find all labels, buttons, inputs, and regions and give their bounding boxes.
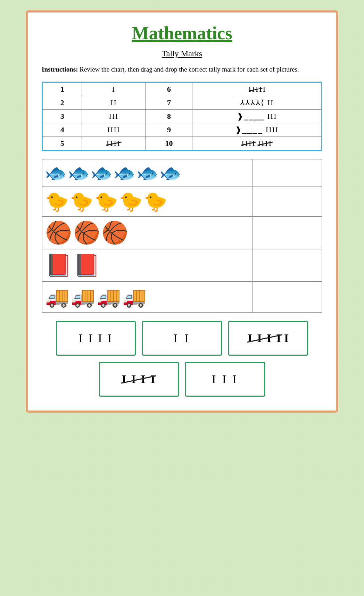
page-title: Mathematics [42, 23, 322, 43]
tally-9: ❱⎯⎯⎯⎯ IIII [192, 123, 322, 136]
answer-box-3[interactable]: I I I [185, 362, 265, 397]
num-7: 7 [146, 96, 192, 109]
swordfish-5: 🐟 [137, 163, 158, 183]
swordfish-answer[interactable] [252, 159, 322, 187]
basketball-pics: 🏀 🏀 🏀 [42, 216, 252, 249]
tally-row-1: 1 I 6 IIII I [42, 82, 322, 96]
tally-6: IIII I [192, 82, 322, 96]
answer-box-2[interactable]: I I [142, 321, 222, 356]
num-10: 10 [146, 136, 192, 150]
truck-3: 🚚 [97, 285, 121, 308]
tally-row-5: 5 IIII 10 IIII IIII [42, 136, 322, 150]
num-4: 4 [42, 123, 82, 136]
tally-display-4: I I I I [79, 332, 113, 345]
num-3: 3 [42, 109, 82, 123]
tally-row-2: 2 II 7 ⅄⅄⅄⅄⟨ II [42, 96, 322, 109]
num-9: 9 [146, 123, 192, 136]
chick-3: 🐤 [94, 191, 118, 213]
swordfish-6: 🐟 [160, 163, 181, 183]
tally-7: ⅄⅄⅄⅄⟨ II [192, 96, 322, 109]
book-answer[interactable] [252, 249, 322, 282]
swordfish-row: 🐟 🐟 🐟 🐟 🐟 🐟 [45, 163, 249, 183]
tally-10: IIII IIII [192, 136, 322, 150]
answer-box-5[interactable]: I I I I [99, 362, 179, 397]
num-6: 6 [146, 82, 192, 96]
basketball-answer[interactable] [252, 216, 322, 249]
subtitle: Tally Marks [42, 49, 322, 58]
book-row: 📕 📕 [45, 253, 249, 278]
tally-1: I [82, 82, 146, 96]
truck-2: 🚚 [71, 285, 95, 308]
answer-box-4[interactable]: I I I I [56, 321, 136, 356]
tally-display-2: I I [173, 332, 190, 345]
truck-answer[interactable] [252, 282, 322, 312]
tally-display-6: I I I I I [248, 332, 289, 345]
tally-display-3: I I I [212, 373, 238, 386]
num-1: 1 [42, 82, 82, 96]
chick-4: 🐤 [119, 191, 142, 213]
book-2: 📕 [73, 253, 100, 278]
answer-boxes-row2: I I I I I I I [42, 362, 322, 397]
chick-answer[interactable] [252, 187, 322, 216]
swordfish-2: 🐟 [68, 163, 90, 183]
tally-row-3: 3 III 8 ❱⎯⎯⎯⎯ III [42, 109, 322, 123]
basketball-1: 🏀 [45, 220, 72, 245]
picture-row-basketball: 🏀 🏀 🏀 [42, 216, 322, 249]
chick-5: 🐤 [144, 191, 167, 213]
truck-4: 🚚 [122, 285, 147, 308]
truck-1: 🚚 [45, 285, 69, 308]
num-5: 5 [42, 136, 82, 150]
truck-pics: 🚚 🚚 🚚 🚚 [42, 282, 252, 312]
tally-2: II [82, 96, 146, 109]
tally-4: IIII [82, 123, 146, 136]
swordfish-4: 🐟 [114, 163, 135, 183]
picture-row-truck: 🚚 🚚 🚚 🚚 [42, 282, 322, 312]
picture-row-book: 📕 📕 [42, 249, 322, 282]
chick-row: 🐤 🐤 🐤 🐤 🐤 [45, 191, 249, 213]
tally-display-5: I I I I [122, 373, 156, 386]
pictures-table: 🐟 🐟 🐟 🐟 🐟 🐟 🐤 🐤 🐤 [42, 159, 322, 313]
tally-reference-chart: 1 I 6 IIII I 2 II 7 ⅄⅄⅄⅄⟨ II 3 III 8 ❱⎯⎯… [42, 82, 322, 151]
instructions-label: Instructions: [42, 66, 78, 73]
chick-pics: 🐤 🐤 🐤 🐤 🐤 [42, 187, 252, 216]
swordfish-3: 🐟 [91, 163, 113, 183]
swordfish-pics: 🐟 🐟 🐟 🐟 🐟 🐟 [42, 159, 252, 187]
swordfish-1: 🐟 [45, 163, 67, 183]
basketball-row: 🏀 🏀 🏀 [45, 220, 249, 245]
instructions-text: Instructions: Review the chart, then dra… [42, 65, 322, 75]
instructions-body: Review the chart, then drag and drop the… [80, 66, 299, 73]
answer-box-6[interactable]: I I I I I [228, 321, 308, 356]
book-1: 📕 [45, 253, 72, 278]
chick-2: 🐤 [70, 191, 93, 213]
book-pics: 📕 📕 [42, 249, 252, 282]
tally-row-4: 4 IIII 9 ❱⎯⎯⎯⎯ IIII [42, 123, 322, 136]
num-8: 8 [146, 109, 192, 123]
chick-1: 🐤 [45, 191, 68, 213]
basketball-3: 🏀 [101, 220, 128, 245]
picture-row-swordfish: 🐟 🐟 🐟 🐟 🐟 🐟 [42, 159, 322, 187]
worksheet-page: Mathematics Tally Marks Instructions: Re… [26, 10, 338, 413]
num-2: 2 [42, 96, 82, 109]
answer-boxes-row1: I I I I I I I I I I I [42, 321, 322, 356]
picture-row-chick: 🐤 🐤 🐤 🐤 🐤 [42, 187, 322, 216]
tally-3: III [82, 109, 146, 123]
basketball-2: 🏀 [73, 220, 100, 245]
truck-row: 🚚 🚚 🚚 🚚 [45, 285, 249, 308]
tally-8: ❱⎯⎯⎯⎯ III [192, 109, 322, 123]
tally-5: IIII [82, 136, 146, 150]
